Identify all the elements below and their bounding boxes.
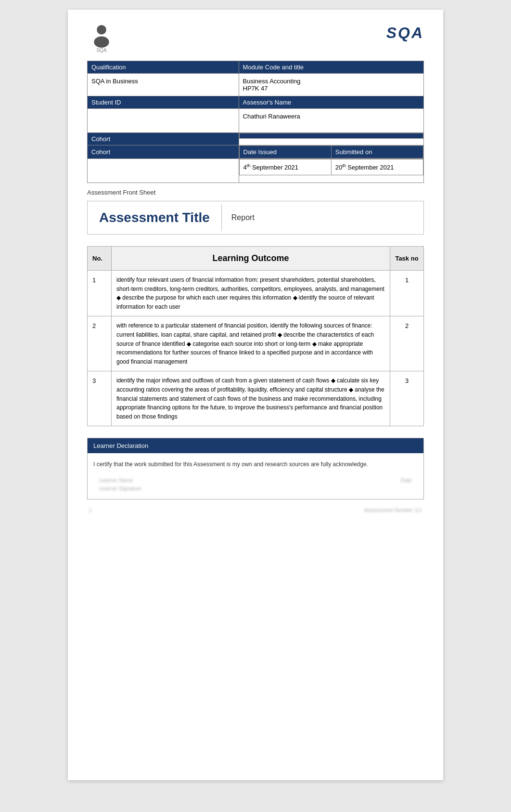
learning-outcomes-table: No. Learning Outcome Task no 1 identify …	[87, 246, 424, 426]
module-value: Business Accounting HP7K 47	[239, 74, 423, 96]
assessor-value: Chathuri Ranaweera	[239, 109, 423, 133]
svg-point-0	[97, 25, 106, 35]
col-outcome-header: Learning Outcome	[112, 247, 390, 271]
submitted-label: Submitted on	[331, 146, 423, 158]
sqa-logo-text: SQA	[386, 24, 424, 41]
col-no-header: No.	[88, 247, 112, 271]
row-outcome: with reference to a particular statement…	[112, 316, 390, 371]
row-task: 3	[390, 371, 424, 426]
assessment-title-label: Assessment Title	[88, 204, 222, 231]
date-issued-value: 4th September 2021	[239, 159, 331, 175]
info-table: Qualification Module Code and title SQA …	[87, 61, 424, 183]
signature-area: Learner Name Learner Signature Date	[93, 476, 418, 492]
module-label: Module Code and title	[239, 61, 423, 74]
table-row: 1 identify four relevant users of financ…	[88, 271, 424, 316]
col-task-header: Task no	[390, 247, 424, 271]
front-sheet-label: Assessment Front Sheet	[87, 189, 424, 196]
date-issued-label: Date Issued	[239, 146, 331, 158]
submitted-value: 20th September 2021	[331, 159, 423, 175]
row-outcome: identify four relevant users of financia…	[112, 271, 390, 316]
row-no: 1	[88, 271, 112, 316]
logo-left: SQA	[87, 24, 116, 53]
logo-left-text: SQA	[96, 48, 106, 53]
table-row: 2 with reference to a particular stateme…	[88, 316, 424, 371]
learner-declaration: Learner Declaration I certify that the w…	[87, 438, 424, 499]
signature-block-right: Date	[401, 476, 412, 492]
signature-block-left: Learner Name Learner Signature	[99, 476, 141, 492]
learner-declaration-header: Learner Declaration	[88, 438, 423, 453]
cohort-label: Cohort	[88, 133, 239, 145]
cohort-label-2: Cohort	[88, 145, 239, 159]
date-submitted-row	[239, 133, 423, 139]
row-no: 2	[88, 316, 112, 371]
page-number: 1	[89, 507, 92, 513]
person-icon	[92, 24, 111, 48]
assessment-number: Assessment Number 1/1	[364, 507, 422, 513]
page-header: SQA SQA	[87, 24, 424, 53]
student-id-label: Student ID	[88, 96, 239, 109]
learner-declaration-body: I certify that the work submitted for th…	[88, 453, 423, 499]
row-outcome: identify the major inflows and outflows …	[112, 371, 390, 426]
cohort-value	[88, 159, 239, 183]
footer: 1 Assessment Number 1/1	[87, 507, 424, 513]
assessment-title-box: Assessment Title Report	[87, 201, 424, 235]
row-no: 3	[88, 371, 112, 426]
qualification-value: SQA in Business	[88, 74, 239, 96]
student-id-value	[88, 109, 239, 133]
page: SQA SQA Qualification Module Code and ti…	[68, 10, 443, 780]
row-task: 2	[390, 316, 424, 371]
table-row: 3 identify the major inflows and outflow…	[88, 371, 424, 426]
row-task: 1	[390, 271, 424, 316]
qualification-label: Qualification	[88, 61, 239, 74]
logo-right: SQA	[386, 24, 424, 42]
assessor-label: Assessor's Name	[239, 96, 423, 109]
svg-point-1	[94, 36, 109, 48]
assessment-title-value: Report	[222, 208, 264, 228]
